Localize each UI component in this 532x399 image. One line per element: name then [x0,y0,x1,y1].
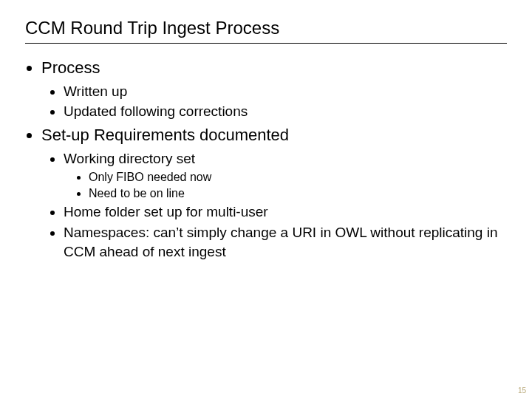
slide: CCM Round Trip Ingest Process Process Wr… [0,0,532,261]
bullet-list: Working directory set Only FIBO needed n… [41,149,507,262]
bullet-text: Namespaces: can’t simply change a URI in… [64,225,498,259]
bullet-list: Written up Updated following corrections [41,82,507,121]
list-item: Need to be on line [89,185,507,202]
list-item: Only FIBO needed now [89,169,507,185]
bullet-text: Only FIBO needed now [89,171,211,183]
list-item: Set-up Requirements documented Working d… [41,124,507,261]
bullet-text: Set-up Requirements documented [41,126,289,144]
list-item: Home folder set up for multi-user [64,202,507,222]
bullet-text: Written up [64,83,127,99]
bullet-text: Process [41,58,100,77]
bullet-text: Home folder set up for multi-user [64,204,268,219]
bullet-text: Working directory set [64,151,195,166]
bullet-list: Only FIBO needed now Need to be on line [64,169,507,201]
list-item: Working directory set Only FIBO needed n… [64,149,507,202]
bullet-list: Process Written up Updated following cor… [25,57,507,261]
slide-title: CCM Round Trip Ingest Process [25,18,507,44]
page-number: 15 [518,386,526,395]
list-item: Written up [64,82,507,101]
bullet-text: Updated following corrections [64,103,248,119]
bullet-text: Need to be on line [89,187,185,200]
list-item: Namespaces: can’t simply change a URI in… [64,223,507,261]
list-item: Updated following corrections [64,102,507,121]
list-item: Process Written up Updated following cor… [41,57,507,121]
